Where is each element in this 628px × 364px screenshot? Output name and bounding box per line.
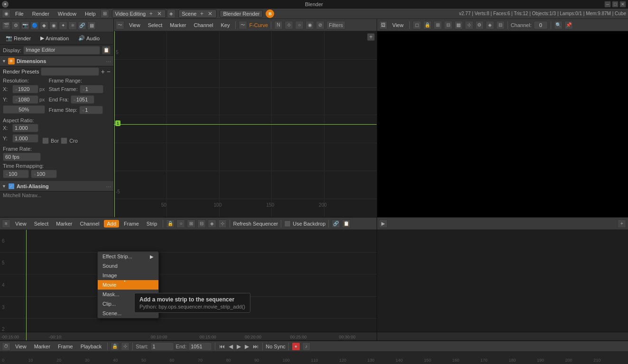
seq-icon[interactable]: ≡: [2, 219, 10, 228]
aspect-x-field[interactable]: 1.000: [12, 124, 38, 132]
aa-options[interactable]: ···: [106, 182, 111, 190]
presets-remove-btn[interactable]: −: [107, 68, 111, 75]
rp-icon4[interactable]: ⊟: [444, 21, 453, 29]
start-frame-field[interactable]: ◂ 1: [80, 85, 103, 93]
tab-animation[interactable]: ▶ Animation: [37, 34, 73, 42]
scene-selector[interactable]: Scene + ✕: [178, 9, 217, 18]
menu-render[interactable]: Render: [28, 10, 53, 18]
border-checkbox[interactable]: [42, 137, 49, 144]
no-sync[interactable]: No Sync: [266, 344, 286, 349]
display-icon-btn[interactable]: 📋: [102, 46, 111, 55]
data-icon[interactable]: ▦: [87, 21, 96, 30]
fcurve-editor-icon[interactable]: 〜: [116, 21, 124, 29]
seq-view[interactable]: View: [12, 220, 29, 228]
seq-lock-icon[interactable]: 🔒: [166, 219, 175, 228]
fcurve-channel[interactable]: Channel: [191, 21, 216, 29]
seq-snap-icon[interactable]: ⊟: [197, 219, 206, 228]
maximize-button[interactable]: □: [612, 1, 619, 8]
rp-icon8[interactable]: ◈: [486, 21, 494, 29]
zoom-plus-btn[interactable]: +: [367, 33, 375, 41]
fcurve-view[interactable]: View: [126, 21, 143, 29]
render-panel-icon[interactable]: 🖼: [379, 21, 388, 29]
timeline-lock-icon[interactable]: 🔒: [111, 342, 119, 351]
rp-icon5[interactable]: ▦: [454, 21, 463, 29]
fcurve-key[interactable]: Key: [218, 21, 232, 29]
layout-icon[interactable]: ⊞: [101, 9, 109, 18]
time-remap-new-field[interactable]: ◂ 100: [31, 170, 57, 178]
object-icon[interactable]: ◉: [49, 21, 58, 30]
tab-audio[interactable]: 🔊 Audio: [74, 34, 103, 42]
jump-end-btn[interactable]: ⏭: [252, 343, 259, 350]
display-select[interactable]: Image Editor: [23, 46, 100, 55]
timeline-view[interactable]: View: [12, 343, 29, 350]
timeline-playback[interactable]: Playback: [78, 343, 105, 350]
dimensions-section-header[interactable]: ▼ ⊞ Dimensions ···: [0, 56, 113, 66]
play-btn[interactable]: ▶: [236, 343, 242, 350]
physics-icon[interactable]: ⚛: [68, 21, 77, 30]
section-options[interactable]: ···: [106, 57, 111, 65]
close-button[interactable]: ✕: [619, 1, 626, 8]
anti-aliasing-section-header[interactable]: ▼ ✓ Anti-Aliasing ···: [0, 181, 113, 191]
blender-icon[interactable]: ◉: [2, 9, 10, 18]
res-x-field[interactable]: ◂ 1920: [12, 85, 38, 93]
rp-icon1[interactable]: ◻: [413, 21, 421, 29]
seq-marker[interactable]: Marker: [53, 220, 75, 228]
res-y-field[interactable]: ◂ 1080: [12, 95, 38, 104]
tab-render[interactable]: 📷 Render: [2, 34, 35, 42]
particle-icon[interactable]: ✦: [59, 21, 67, 30]
next-frame-btn[interactable]: ▶: [244, 343, 250, 350]
menu-window[interactable]: Window: [54, 10, 80, 18]
window-controls[interactable]: ─ □ ✕: [604, 1, 626, 8]
fcurve-viewport[interactable]: 5 0 -5 50 100 150 200 1 +: [114, 31, 377, 217]
aa-enable-checkbox[interactable]: ✓: [8, 183, 15, 190]
presets-select[interactable]: [41, 67, 99, 76]
menu-movie[interactable]: Movie: [98, 280, 158, 290]
jump-start-btn[interactable]: ⏮: [218, 343, 226, 350]
active-icon[interactable]: ◉: [305, 21, 314, 29]
refresh-btn[interactable]: Refresh Sequencer: [233, 221, 278, 227]
workspace-selector[interactable]: Video Editing + ✕: [112, 9, 166, 18]
timeline-audio[interactable]: ♪: [302, 342, 311, 351]
rp-icon11[interactable]: 📌: [564, 21, 573, 29]
constraint-icon[interactable]: 🔗: [78, 21, 86, 30]
fcurve-icon2[interactable]: 〜: [239, 21, 247, 29]
plus-icon[interactable]: +: [148, 10, 154, 17]
filter-icon[interactable]: ⊘: [316, 21, 324, 29]
settings-icon[interactable]: ⚙: [11, 21, 20, 30]
timeline-frame[interactable]: Frame: [55, 343, 76, 350]
seq-icon4[interactable]: 🔗: [332, 219, 340, 228]
render-icon[interactable]: 🎬: [2, 21, 10, 30]
rp-icon2[interactable]: 🔒: [423, 21, 432, 29]
menu-help[interactable]: Help: [81, 10, 100, 18]
rp-icon7[interactable]: ⚙: [475, 21, 484, 29]
view-icon[interactable]: ◈: [167, 9, 175, 18]
render-engine-selector[interactable]: Blender Render: [220, 10, 263, 18]
seq-channel[interactable]: Channel: [77, 220, 102, 228]
timeline-marker[interactable]: Marker: [31, 343, 53, 350]
fcurve-marker[interactable]: Marker: [167, 21, 189, 29]
aspect-y-field[interactable]: 1.000: [12, 134, 38, 143]
timeline-end[interactable]: 1051: [188, 342, 212, 351]
presets-add-btn[interactable]: +: [101, 68, 105, 75]
onion-icon[interactable]: ○: [295, 21, 304, 29]
timeline-sync-icon[interactable]: ⊹: [121, 342, 129, 351]
prev-frame-btn[interactable]: ◀: [228, 343, 234, 350]
backdrop-checkbox[interactable]: [284, 220, 291, 227]
normalize-icon[interactable]: N: [274, 21, 283, 29]
sequencer-viewport[interactable]: 6 5 4 3 2 -00:15:00: [0, 230, 377, 340]
timeline-record[interactable]: ●: [292, 342, 300, 351]
seq-frame[interactable]: Frame: [121, 220, 142, 228]
time-remap-old-field[interactable]: ◂ 100: [3, 170, 29, 178]
rp-icon3[interactable]: ⊞: [434, 21, 442, 29]
rp-icon10[interactable]: 🔍: [554, 21, 563, 29]
seq-icon2[interactable]: ◈: [208, 219, 216, 228]
seq-add[interactable]: Add: [104, 220, 119, 228]
channel-input[interactable]: 0: [534, 21, 548, 29]
scene-plus[interactable]: +: [198, 10, 205, 17]
timeline-icon[interactable]: ⏱: [2, 342, 10, 351]
end-frame-field[interactable]: ◂ 1051: [71, 95, 94, 104]
fps-field[interactable]: 60 fps: [3, 153, 41, 161]
seq-strip[interactable]: Strip: [144, 220, 160, 228]
timeline-start[interactable]: 1: [150, 342, 174, 351]
scene-icon2[interactable]: 🔵: [30, 21, 39, 30]
